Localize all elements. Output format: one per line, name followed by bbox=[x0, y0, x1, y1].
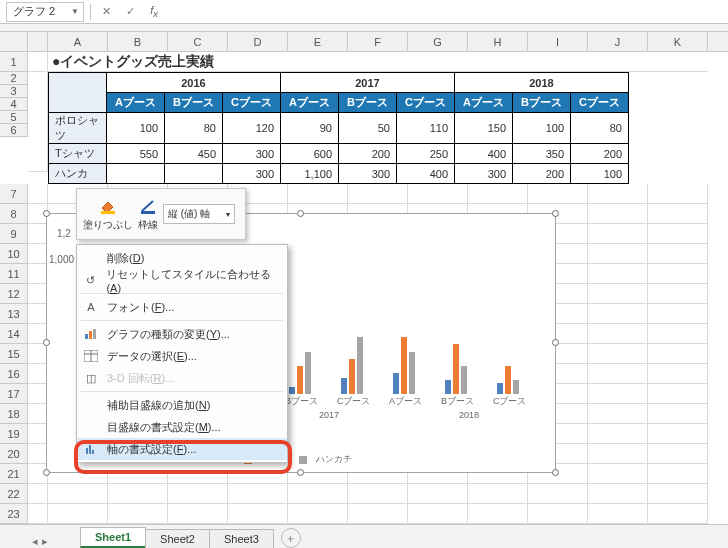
col-header[interactable]: I bbox=[528, 32, 588, 51]
menu-item[interactable]: ↺リセットしてスタイルに合わせる(A) bbox=[77, 269, 287, 291]
menu-item[interactable]: グラフの種類の変更(Y)... bbox=[77, 323, 287, 345]
menu-item[interactable]: データの選択(E)... bbox=[77, 345, 287, 367]
row-header[interactable]: 6 bbox=[0, 124, 28, 137]
mini-toolbar: 塗りつぶし 枠線 縦 (値) 軸 ▾ bbox=[76, 188, 246, 240]
svg-rect-0 bbox=[101, 211, 115, 214]
col-header[interactable]: B bbox=[108, 32, 168, 51]
title-cell[interactable]: ●イベントグッズ売上実績 bbox=[48, 52, 708, 72]
svg-rect-3 bbox=[89, 331, 92, 339]
row-header[interactable]: 3 bbox=[0, 85, 28, 98]
svg-rect-1 bbox=[141, 211, 155, 214]
row-header[interactable]: 5 bbox=[0, 111, 28, 124]
axis-combo[interactable]: 縦 (値) 軸 ▾ bbox=[163, 204, 235, 224]
sheet-tab[interactable]: Sheet3 bbox=[209, 529, 274, 548]
svg-rect-9 bbox=[89, 445, 91, 454]
col-header[interactable]: C bbox=[168, 32, 228, 51]
col-header[interactable]: E bbox=[288, 32, 348, 51]
y-tick-label: 1,2 bbox=[57, 228, 71, 239]
name-box-value: グラフ 2 bbox=[13, 4, 55, 19]
col-header[interactable]: A bbox=[48, 32, 108, 51]
fx-icon[interactable]: fx bbox=[145, 4, 163, 19]
chevron-down-icon: ▾ bbox=[226, 210, 230, 219]
col-header[interactable]: H bbox=[468, 32, 528, 51]
col-header[interactable]: D bbox=[228, 32, 288, 51]
fill-button[interactable]: 塗りつぶし bbox=[83, 196, 133, 232]
name-box[interactable]: グラフ 2 ▼ bbox=[6, 2, 84, 22]
enter-icon[interactable]: ✓ bbox=[121, 5, 139, 18]
menu-item: ◫3-D 回転(R)... bbox=[77, 367, 287, 389]
sheet-tab-strip: ◂ ▸ Sheet1 Sheet2 Sheet3 ＋ bbox=[0, 524, 728, 548]
menu-item[interactable]: Aフォント(F)... bbox=[77, 296, 287, 318]
svg-rect-8 bbox=[86, 448, 88, 454]
row-header[interactable]: 2 bbox=[0, 72, 28, 85]
row-header[interactable]: 4 bbox=[0, 98, 28, 111]
formula-bar: グラフ 2 ▼ ✕ ✓ fx bbox=[0, 0, 728, 24]
col-header[interactable] bbox=[28, 32, 48, 51]
menu-item[interactable]: 目盛線の書式設定(M)... bbox=[77, 416, 287, 438]
col-header[interactable]: J bbox=[588, 32, 648, 51]
col-header[interactable]: G bbox=[408, 32, 468, 51]
menu-item[interactable]: 補助目盛線の追加(N) bbox=[77, 394, 287, 416]
y-tick-label: 1,000 bbox=[49, 254, 74, 265]
sheet-nav[interactable]: ◂ ▸ bbox=[0, 535, 80, 548]
col-header[interactable]: K bbox=[648, 32, 708, 51]
data-table[interactable]: 2016 2017 2018 AブースBブースCブースAブースBブースCブースA… bbox=[48, 72, 629, 184]
cancel-icon[interactable]: ✕ bbox=[97, 5, 115, 18]
svg-rect-10 bbox=[92, 450, 94, 454]
outline-button[interactable]: 枠線 bbox=[137, 196, 159, 232]
column-headers: A B C D E F G H I J K bbox=[0, 32, 728, 52]
svg-rect-2 bbox=[85, 334, 88, 339]
new-sheet-button[interactable]: ＋ bbox=[281, 528, 301, 548]
sheet-tab[interactable]: Sheet1 bbox=[80, 527, 146, 548]
sheet-tab[interactable]: Sheet2 bbox=[145, 529, 210, 548]
chevron-down-icon: ▼ bbox=[71, 7, 79, 16]
row-header[interactable]: 1 bbox=[0, 52, 28, 72]
col-header[interactable]: F bbox=[348, 32, 408, 51]
context-menu: 削除(D)↺リセットしてスタイルに合わせる(A)Aフォント(F)...グラフの種… bbox=[76, 244, 288, 463]
menu-item[interactable]: 軸の書式設定(F)... bbox=[77, 438, 287, 460]
svg-rect-4 bbox=[93, 329, 96, 339]
